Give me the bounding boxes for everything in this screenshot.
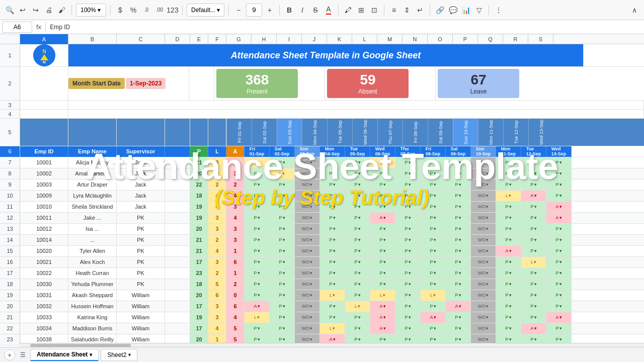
row-num-15[interactable]: 15 (0, 246, 20, 256)
att-cell-8[interactable]: P ▾ (446, 168, 471, 179)
zoom-selector[interactable]: 100% ▾ (76, 4, 106, 17)
l-count-cell[interactable]: 5 (208, 279, 226, 290)
supervisor-cell[interactable]: William (117, 312, 165, 323)
emp-id-cell[interactable]: 10022 (20, 268, 68, 279)
p-count-cell[interactable]: 20 (190, 224, 208, 234)
supervisor-cell[interactable]: PK (117, 257, 165, 267)
l-count-cell[interactable]: 3 (208, 157, 226, 168)
emp-name-cell[interactable]: Heath Curran (68, 268, 117, 279)
supervisor-cell[interactable]: PK (117, 246, 165, 256)
att-cell-10[interactable]: P ▾ (496, 224, 521, 234)
att-cell-1[interactable]: P ▾ (270, 213, 295, 223)
collapse-icon[interactable]: ∧ (629, 5, 640, 16)
att-cell-6[interactable]: P ▾ (395, 235, 421, 245)
blank-d-cell[interactable] (165, 191, 190, 201)
emp-id-cell[interactable]: 10032 (20, 301, 68, 312)
col-header-F[interactable]: F (208, 34, 226, 44)
att-cell-11[interactable]: P ▾ (521, 157, 546, 168)
att-cell-1[interactable]: P ▾ (270, 279, 295, 290)
att-cell-10[interactable]: P ▾ (496, 323, 521, 334)
att-cell-6[interactable]: P ▾ (395, 213, 421, 223)
att-cell-2[interactable]: WO ▾ (295, 191, 320, 201)
emp-name-cell[interactable]: Alex Koch (68, 257, 117, 267)
blank-d-cell[interactable] (165, 323, 190, 334)
att-cell-7[interactable]: L ▾ (421, 290, 446, 301)
blank-d-cell[interactable] (165, 179, 190, 190)
emp-name-cell[interactable]: Maddison Burris (68, 323, 117, 334)
att-cell-7[interactable]: P ▾ (421, 246, 446, 256)
att-cell-12[interactable]: P ▾ (546, 235, 572, 245)
att-cell-5[interactable]: P ▾ (370, 235, 395, 245)
att-cell-6[interactable]: P ▾ (395, 157, 421, 168)
att-cell-9[interactable]: WO ▾ (471, 257, 496, 267)
a-count-cell[interactable]: 0 (226, 290, 245, 301)
att-cell-2[interactable]: WO ▾ (295, 157, 320, 168)
att-cell-0[interactable]: P ▾ (245, 268, 270, 279)
row-num-19[interactable]: 19 (0, 290, 20, 301)
att-cell-6[interactable]: P ▾ (395, 257, 421, 267)
row-num-22[interactable]: 22 (0, 323, 20, 334)
row-num-17[interactable]: 17 (0, 268, 20, 279)
blank-d-cell[interactable] (165, 168, 190, 179)
font-size-dec-icon[interactable]: − (233, 5, 244, 16)
emp-name-cell[interactable]: Isa ... (68, 224, 117, 234)
col-header-N[interactable]: N (403, 34, 428, 44)
att-cell-10[interactable]: L ▾ (496, 191, 521, 201)
att-cell-8[interactable]: P ▾ (446, 323, 471, 334)
att-cell-7[interactable]: P ▾ (421, 191, 446, 201)
col-header-Q[interactable]: Q (478, 34, 503, 44)
tab-attendance-sheet[interactable]: Attendance Sheet ▾ (30, 349, 99, 361)
supervisor-cell[interactable]: PK (117, 213, 165, 223)
att-cell-0[interactable]: P ▾ (245, 191, 270, 201)
att-cell-5[interactable]: L ▾ (370, 290, 395, 301)
att-cell-4[interactable]: P ▾ (345, 191, 370, 201)
align-icon[interactable]: ≡ (388, 5, 399, 16)
att-cell-3[interactable]: L ▾ (320, 290, 345, 301)
row-num-6[interactable]: 6 (0, 146, 20, 157)
att-cell-0[interactable]: P ▾ (245, 179, 270, 190)
emp-name-cell[interactable]: Lyra Mclaughlin (68, 191, 117, 201)
att-cell-4[interactable]: P ▾ (345, 257, 370, 267)
emp-name-cell[interactable]: Tyler Allen (68, 246, 117, 256)
att-cell-1[interactable]: L ▾ (270, 168, 295, 179)
print-icon[interactable]: 🖨 (43, 5, 54, 16)
highlight-icon[interactable]: 🖍 (343, 5, 354, 16)
att-cell-4[interactable]: P ▾ (345, 312, 370, 323)
att-cell-5[interactable]: P ▾ (370, 191, 395, 201)
att-cell-1[interactable]: P ▾ (270, 312, 295, 323)
att-cell-1[interactable]: P ▾ (270, 323, 295, 334)
emp-id-cell[interactable]: 10009 (20, 191, 68, 201)
att-cell-5[interactable]: P ▾ (370, 179, 395, 190)
att-cell-7[interactable]: P ▾ (421, 157, 446, 168)
l-count-cell[interactable]: 2 (208, 235, 226, 245)
att-cell-11[interactable]: P ▾ (521, 168, 546, 179)
row-num-3[interactable]: 3 (0, 101, 20, 109)
att-cell-7[interactable]: P ▾ (421, 224, 446, 234)
att-cell-9[interactable]: WO ▾ (471, 312, 496, 323)
font-size-input[interactable]: 9 (246, 4, 262, 17)
att-cell-5[interactable]: P ▾ (370, 268, 395, 279)
font-selector[interactable]: Default... ▾ (187, 4, 224, 17)
row-num-14[interactable]: 14 (0, 235, 20, 245)
att-cell-12[interactable]: P ▾ (546, 157, 572, 168)
att-cell-5[interactable]: P ▾ (370, 224, 395, 234)
l-count-cell[interactable]: 3 (208, 301, 226, 312)
att-cell-0[interactable]: P ▾ (245, 224, 270, 234)
att-cell-11[interactable]: A ▾ (521, 191, 546, 201)
emp-id-cell[interactable]: 10002 (20, 168, 68, 179)
att-cell-12[interactable]: P ▾ (546, 268, 572, 279)
col-header-O[interactable]: O (428, 34, 453, 44)
a-count-cell[interactable]: 2 (226, 157, 245, 168)
att-cell-11[interactable]: P ▾ (521, 290, 546, 301)
row-num-4[interactable]: 4 (0, 110, 20, 118)
blank-d-cell[interactable] (165, 312, 190, 323)
att-cell-2[interactable]: WO ▾ (295, 312, 320, 323)
att-cell-0[interactable]: L ▾ (245, 312, 270, 323)
att-cell-3[interactable]: P ▾ (320, 235, 345, 245)
emp-id-cell[interactable]: 10031 (20, 290, 68, 301)
att-cell-8[interactable]: P ▾ (446, 312, 471, 323)
emp-name-cell[interactable]: Alicja Mccray (68, 157, 117, 168)
redo-icon[interactable]: ↪ (30, 5, 41, 16)
supervisor-cell[interactable]: Jack (117, 157, 165, 168)
att-cell-9[interactable]: WO ▾ (471, 157, 496, 168)
